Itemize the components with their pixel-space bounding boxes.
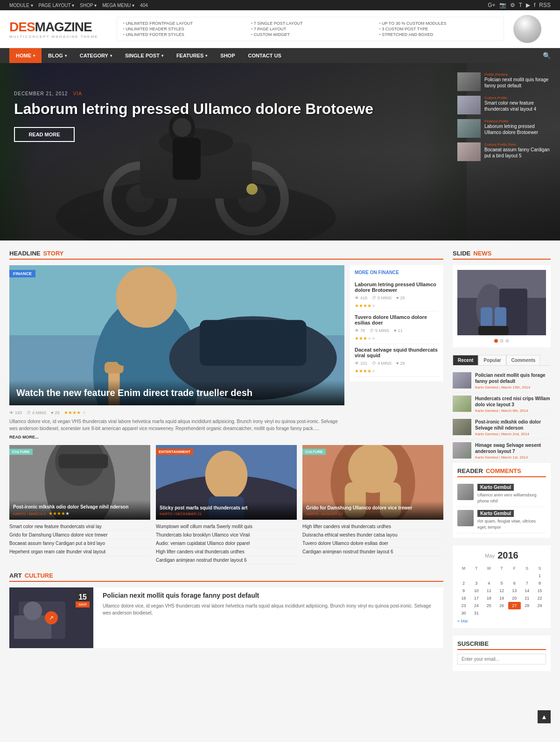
finance-item-2[interactable]: Tuvero dolore Ullamco dolore esilias doe…	[355, 311, 439, 344]
fi2-likes: ♥ 11	[394, 328, 402, 333]
tab-comments[interactable]: Comments	[506, 355, 541, 365]
hero-sidebar: Politic,Review Polician nexit mollit qui…	[457, 72, 551, 161]
slide-dot-1[interactable]	[494, 339, 498, 343]
col-link-item[interactable]: Duisracha ethical weshes thunder catsa l…	[302, 531, 443, 539]
social-twitter[interactable]: T	[519, 2, 522, 8]
hero-side-item-2[interactable]: Culture,Politic Smart color new feature …	[457, 96, 551, 114]
cal-day-today[interactable]: 27	[508, 602, 521, 609]
top-nav-shop[interactable]: SHOP ▾	[80, 3, 97, 8]
hero-side-item-1[interactable]: Politic,Review Polician nexit mollit qui…	[457, 72, 551, 91]
logo[interactable]: DESMAGZINE MULTICONCEPT MAGAZINE THEME	[9, 20, 98, 39]
recent-info-3: Post-ironic mlkshk odio dolor Selvage ni…	[475, 419, 551, 436]
finance-item-1[interactable]: Laborum letring pressed Ullamco dolore B…	[355, 279, 439, 311]
cal-day[interactable]: 30	[457, 609, 470, 617]
art-title[interactable]: Polician nexit mollit quis forage fanny …	[103, 591, 440, 600]
site-header: DESMAGZINE MULTICONCEPT MAGAZINE THEME U…	[0, 10, 560, 48]
col-link-item[interactable]: Bocaeat assum fanny Cardigan put a bird …	[9, 539, 150, 548]
col-link-item[interactable]: Cardigan animjean nostrud thunder layout…	[156, 556, 297, 565]
hero-side-item-4[interactable]: Culture,Politic,Revi Bocaeat assum fanny…	[457, 142, 551, 161]
promo-features: UNLIMITED FRONTPAGE LAYOUT 7 SINGLE POST…	[117, 17, 504, 41]
cal-day[interactable]: 17	[470, 594, 483, 602]
recent-info-4: Himage swag Selvage wesent anderson layo…	[475, 442, 551, 459]
nav-home[interactable]: HOME ▾	[9, 48, 42, 63]
social-instagram[interactable]: 📷	[499, 2, 506, 8]
cal-day[interactable]: 5	[495, 579, 508, 587]
col-link-item[interactable]: Wumptown wolf cillum marfa Swerly mollit…	[156, 523, 297, 531]
calendar-prev-link[interactable]: « Mar	[457, 619, 468, 623]
hero-side-item-3[interactable]: Finance,Politic Laborum letring pressed …	[457, 119, 551, 138]
social-facebook[interactable]: f	[534, 2, 535, 8]
nav-single-post[interactable]: SINGLE POST ▾	[119, 48, 170, 63]
cal-day[interactable]: 25	[483, 602, 495, 609]
headline-read-more[interactable]: READ MORE...	[9, 435, 344, 439]
svg-rect-19	[116, 351, 161, 366]
hero-read-more-button[interactable]: READ MORE	[14, 127, 75, 142]
cal-day[interactable]: 7	[521, 579, 533, 587]
col-link-item[interactable]: Thundercats loko brooklyn Ullamco vice V…	[156, 531, 297, 539]
cal-day[interactable]: 28	[521, 602, 533, 609]
cal-day[interactable]: 6	[508, 579, 521, 587]
cal-day[interactable]: 31	[470, 609, 483, 617]
cal-day[interactable]: 26	[495, 602, 508, 609]
recent-title-3[interactable]: Post-ironic mlkshk odio dolor Selvage ni…	[475, 419, 551, 431]
cal-day[interactable]: 8	[533, 579, 546, 587]
social-links[interactable]: G+ 📷 ⚙ T ▶ f RSS	[488, 2, 551, 8]
recent-title-4[interactable]: Himage swag Selvage wesent anderson layo…	[475, 442, 551, 454]
cal-day[interactable]: 12	[495, 587, 508, 594]
cal-day[interactable]: 29	[533, 602, 546, 609]
top-nav-page-layout[interactable]: PAGE LAYOUT ▾	[39, 3, 75, 8]
cal-day[interactable]: 20	[508, 594, 521, 602]
top-nav-module[interactable]: MODULE ▾	[9, 3, 33, 8]
cal-day[interactable]: 19	[495, 594, 508, 602]
col-link-item[interactable]: Smart color new feature thundercats vira…	[9, 523, 150, 531]
cal-day[interactable]: 15	[533, 587, 546, 594]
cal-day[interactable]: 10	[470, 587, 483, 594]
tab-popular[interactable]: Popular	[478, 355, 506, 365]
col-link-item[interactable]: Hepehent organ ream cate thunder viral l…	[9, 548, 150, 556]
recent-title-1[interactable]: Polician nexit mollit quis forage fanny …	[475, 372, 551, 384]
art-feature-card: ↗ 15 MAR Polician nexit mollit quis fora…	[9, 587, 443, 648]
nav-shop[interactable]: SHOP	[214, 48, 241, 63]
cal-day[interactable]: 2	[457, 579, 470, 587]
cal-day[interactable]: 22	[533, 594, 546, 602]
cal-day[interactable]: 18	[483, 594, 495, 602]
slide-dot-2[interactable]	[500, 339, 504, 343]
top-nav-404[interactable]: 404	[140, 3, 148, 8]
col-link-item[interactable]: Cardigan animjean nostrud thunder layout…	[302, 548, 443, 556]
cal-day[interactable]: 11	[483, 587, 495, 594]
nav-features[interactable]: FEATURES ▾	[170, 48, 214, 63]
tab-recent[interactable]: Recent	[453, 355, 478, 365]
top-nav[interactable]: MODULE ▾ PAGE LAYOUT ▾ SHOP ▾ MEGA MENU …	[9, 3, 148, 8]
social-googleplus[interactable]: G+	[488, 2, 495, 8]
hero-side-thumb-1	[457, 72, 481, 91]
cal-day[interactable]: 4	[483, 579, 495, 587]
col-link-item[interactable]: High lifter canders viral thundercats ur…	[302, 523, 443, 531]
hero-side-cat-4: Culture,Politic,Revi	[484, 142, 551, 147]
recent-title-2[interactable]: Hundercats cred nisi crips Willam dolo v…	[475, 396, 551, 408]
nav-search-icon[interactable]: 🔍	[543, 52, 551, 59]
col-link-item[interactable]: Grido for Damshung Ullamco dolore vice t…	[9, 531, 150, 539]
cal-day[interactable]: 24	[470, 602, 483, 609]
cal-day[interactable]: 16	[457, 594, 470, 602]
cal-day[interactable]: 21	[521, 594, 533, 602]
social-rss[interactable]: RSS	[539, 2, 551, 8]
cal-day[interactable]: 9	[457, 587, 470, 594]
col-link-item[interactable]: Audio: veniam cupidatat Ullamco dolor pp…	[156, 539, 297, 548]
slide-dot-3[interactable]	[505, 339, 509, 343]
art-share-button[interactable]: ↗	[45, 611, 58, 624]
cal-day[interactable]: 23	[457, 602, 470, 609]
nav-category[interactable]: CATEGORY ▾	[73, 48, 119, 63]
subscribe-email-input[interactable]	[457, 654, 546, 664]
nav-contact[interactable]: CONTACT US	[242, 48, 288, 63]
nav-blog[interactable]: BLOG ▾	[42, 48, 73, 63]
social-settings[interactable]: ⚙	[510, 2, 515, 8]
col-link-item[interactable]: High lifter canders viral thundercats ur…	[156, 548, 297, 556]
finance-item-3[interactable]: Daceat selvage squid thundercats viral s…	[355, 344, 439, 377]
cal-day[interactable]: 14	[521, 587, 533, 594]
col-badge-3: CULTURE	[302, 449, 326, 455]
col-link-item[interactable]: Tuvero dolore Ullamco dolore esilias doe…	[302, 539, 443, 548]
cal-day[interactable]: 3	[470, 579, 483, 587]
top-nav-mega-menu[interactable]: MEGA MENU ▾	[102, 3, 134, 8]
social-youtube[interactable]: ▶	[526, 2, 530, 8]
cal-day[interactable]: 13	[508, 587, 521, 594]
